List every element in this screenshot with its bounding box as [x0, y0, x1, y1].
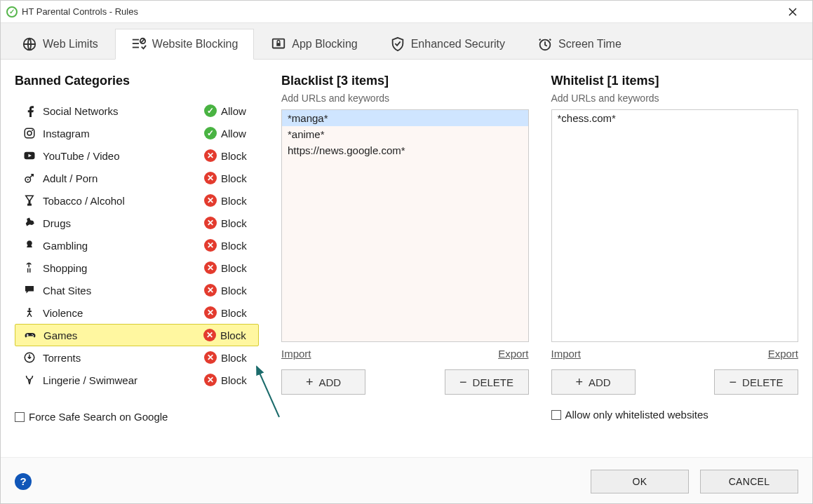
svg-rect-3 [133, 47, 139, 48]
blacklist-item[interactable]: *anime* [282, 126, 528, 142]
category-name: Adult / Porn [37, 172, 204, 184]
blacklist-export-link[interactable]: Export [498, 348, 528, 360]
block-icon: ✕ [204, 217, 217, 229]
titlebar: ✓ HT Parental Controls - Rules [1, 1, 812, 23]
whitelist-delete-button[interactable]: − DELETE [714, 369, 798, 395]
block-icon: ✕ [204, 149, 217, 162]
block-icon: ✕ [204, 284, 217, 297]
category-name: Instagram [37, 128, 204, 139]
svg-point-14 [29, 308, 31, 310]
minus-icon: − [459, 376, 467, 388]
whitelist-export-link[interactable]: Export [768, 348, 798, 360]
blacklist-listbox[interactable]: *manga**anime*https://news.google.com* [281, 109, 529, 342]
svg-point-10 [32, 130, 33, 131]
allow-only-label: Allow only whitelisted websites [565, 409, 708, 421]
category-name: Tobacco / Alcohol [37, 195, 204, 207]
whitelist-import-link[interactable]: Import [551, 348, 582, 360]
category-name: Games [38, 329, 203, 341]
close-button[interactable] [779, 2, 807, 22]
add-label: ADD [318, 376, 341, 388]
tab-web-limits[interactable]: Web Limits [6, 29, 114, 60]
blacklist-add-button[interactable]: + ADD [281, 369, 365, 395]
category-name: Violence [37, 307, 204, 319]
status-text: Block [221, 195, 255, 207]
category-icon [22, 306, 37, 319]
category-row-lingerie-swimwear[interactable]: Lingerie / Swimwear✕Block [15, 369, 259, 391]
status-text: Block [221, 262, 255, 274]
category-row-drugs[interactable]: Drugs✕Block [15, 212, 259, 234]
tab-label: Enhanced Security [411, 38, 505, 50]
whitelist-add-button[interactable]: + ADD [551, 369, 636, 395]
category-row-games[interactable]: Games✕Block [15, 324, 259, 346]
help-button[interactable]: ? [15, 473, 32, 490]
allow-icon: ✓ [204, 104, 217, 117]
blacklist-item[interactable]: *manga* [282, 110, 528, 126]
clock-icon [537, 36, 553, 52]
category-row-instagram[interactable]: Instagram✓Allow [15, 122, 259, 144]
checkbox-icon [551, 410, 561, 420]
cancel-button[interactable]: CANCEL [700, 470, 798, 493]
category-icon [22, 194, 37, 207]
tab-app-blocking[interactable]: App Blocking [255, 29, 372, 60]
category-icon [22, 217, 37, 229]
delete-label: DELETE [473, 376, 513, 388]
category-row-tobacco-alcohol[interactable]: Tobacco / Alcohol✕Block [15, 189, 259, 212]
svg-point-9 [27, 131, 32, 135]
whitelist-title: Whitelist [1 items] [551, 74, 799, 88]
category-icon [22, 329, 38, 341]
whitelist-panel: Whitelist [1 items] Add URLs and keyword… [551, 74, 799, 450]
status-text: Block [221, 285, 255, 297]
safe-search-label: Force Safe Search on Google [29, 411, 168, 423]
blacklist-item[interactable]: https://news.google.com* [282, 142, 528, 158]
status-text: Block [221, 240, 255, 252]
content: Banned Categories Social Networks✓AllowI… [1, 60, 812, 457]
tab-enhanced-security[interactable]: Enhanced Security [375, 29, 520, 60]
category-row-youtube-video[interactable]: YouTube / Video✕Block [15, 144, 259, 167]
svg-point-15 [32, 334, 33, 336]
safe-search-checkbox[interactable]: Force Safe Search on Google [15, 411, 259, 423]
blacklist-hint: Add URLs and keywords [281, 93, 529, 104]
block-icon: ✕ [204, 194, 217, 207]
minus-icon: − [730, 376, 737, 388]
category-row-violence[interactable]: Violence✕Block [15, 301, 259, 324]
whitelist-item[interactable]: *chess.com* [552, 110, 798, 126]
blacklist-delete-button[interactable]: − DELETE [445, 369, 529, 395]
category-row-chat-sites[interactable]: Chat Sites✕Block [15, 279, 259, 301]
category-row-gambling[interactable]: Gambling✕Block [15, 234, 259, 257]
category-icon [22, 261, 37, 274]
block-icon: ✕ [204, 261, 217, 274]
footer: ? OK CANCEL [1, 457, 812, 504]
blacklist-panel: Blacklist [3 items] Add URLs and keyword… [281, 74, 529, 450]
app-lock-icon [271, 36, 286, 52]
shield-icon [390, 36, 405, 52]
svg-rect-6 [277, 43, 281, 46]
status-text: Block [221, 217, 255, 229]
category-icon [22, 172, 37, 184]
status-text: Block [221, 307, 255, 319]
categories-title: Banned Categories [15, 74, 259, 88]
tab-screen-time[interactable]: Screen Time [522, 29, 637, 60]
allow-only-whitelist-checkbox[interactable]: Allow only whitelisted websites [551, 409, 799, 421]
tab-website-blocking[interactable]: Website Blocking [115, 29, 254, 60]
plus-icon: + [575, 376, 583, 388]
ok-button[interactable]: OK [591, 470, 689, 493]
block-settings-icon [131, 36, 147, 52]
status-text: Block [221, 352, 255, 364]
status-text: Block [221, 374, 255, 386]
category-row-torrents[interactable]: Torrents✕Block [15, 346, 259, 369]
category-row-shopping[interactable]: Shopping✕Block [15, 257, 259, 279]
blacklist-import-link[interactable]: Import [281, 348, 311, 360]
block-icon: ✕ [204, 172, 217, 184]
checkbox-icon [15, 412, 25, 422]
category-row-adult-porn[interactable]: Adult / Porn✕Block [15, 167, 259, 189]
status-text: Block [221, 150, 255, 162]
category-row-social-networks[interactable]: Social Networks✓Allow [15, 100, 259, 122]
allow-icon: ✓ [204, 127, 217, 139]
app-icon: ✓ [6, 6, 18, 18]
block-icon: ✕ [204, 374, 217, 386]
status-text: Allow [221, 105, 255, 117]
tab-label: Website Blocking [152, 38, 238, 50]
category-icon [22, 104, 37, 117]
whitelist-listbox[interactable]: *chess.com* [551, 109, 799, 342]
category-name: Shopping [37, 262, 204, 274]
